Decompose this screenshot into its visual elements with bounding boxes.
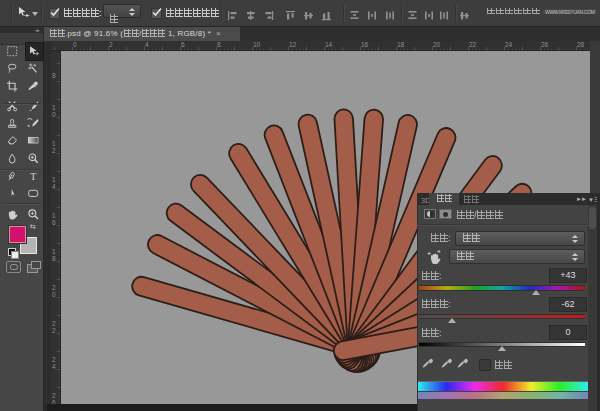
svg-text:T: T [30,171,37,182]
